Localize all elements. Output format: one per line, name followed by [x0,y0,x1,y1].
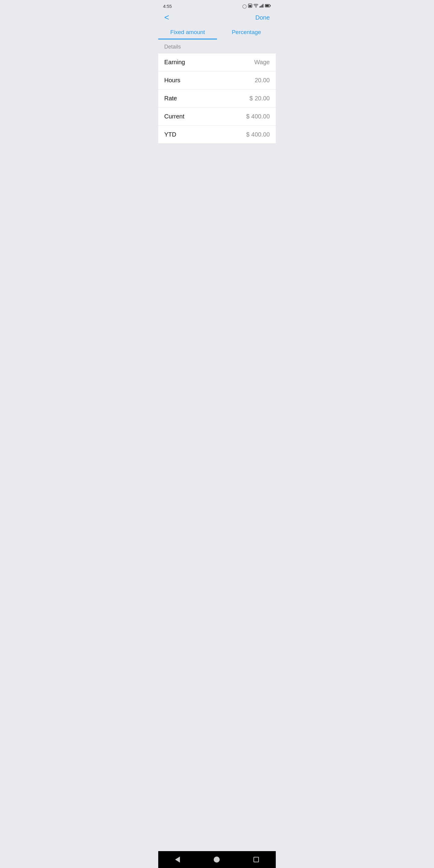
ytd-amount: 400.00 [251,131,270,138]
section-header: Details [158,39,276,53]
detail-row-hours: Hours 20.00 [158,71,276,90]
detail-row-rate: Rate $ 20.00 [158,90,276,107]
android-home-icon [214,857,220,863]
done-button[interactable]: Done [255,14,270,21]
rate-currency-symbol: $ [250,95,253,102]
ytd-value: $ 400.00 [246,131,270,138]
svg-rect-3 [259,6,260,7]
tab-percentage[interactable]: Percentage [217,25,276,39]
android-recent-button[interactable] [253,857,259,862]
status-bar: 4:55 ◯ [158,0,276,11]
hours-label: Hours [164,77,180,84]
nav-bar: < Done [158,11,276,25]
android-back-button[interactable] [175,857,180,863]
ytd-label: YTD [164,131,176,138]
signal-icon [259,4,264,8]
svg-rect-9 [266,5,269,7]
wifi-icon [253,4,258,8]
current-label: Current [164,113,184,120]
rate-value: $ 20.00 [250,95,270,102]
sim-icon [248,4,252,9]
svg-rect-6 [263,4,264,7]
tab-bar: Fixed amount Percentage [158,25,276,39]
rate-label: Rate [164,95,177,102]
status-time: 4:55 [163,4,172,9]
p-status-icon: ◯ [242,4,247,8]
android-recent-icon [253,857,259,862]
svg-rect-5 [261,5,262,7]
svg-rect-1 [249,5,251,7]
content-spacer [158,144,276,851]
earning-value: Wage [254,59,270,66]
current-value: $ 400.00 [246,113,270,120]
battery-icon [265,4,271,8]
status-icons: ◯ [242,4,271,9]
detail-row-earning: Earning Wage [158,53,276,71]
svg-point-2 [255,7,256,7]
detail-row-current: Current $ 400.00 [158,107,276,126]
android-back-icon [175,857,180,863]
ytd-currency-symbol: $ [246,131,250,138]
back-button[interactable]: < [164,13,169,22]
earning-label: Earning [164,59,185,66]
svg-rect-8 [270,5,271,6]
detail-row-ytd: YTD $ 400.00 [158,126,276,144]
section-header-label: Details [164,44,181,50]
android-home-button[interactable] [214,857,220,863]
current-amount: 400.00 [251,113,270,120]
current-currency-symbol: $ [246,113,250,120]
svg-rect-4 [261,6,261,7]
hours-value: 20.00 [255,77,270,84]
details-table: Earning Wage Hours 20.00 Rate $ 20.00 Cu… [158,53,276,144]
tab-fixed-amount[interactable]: Fixed amount [158,25,217,39]
rate-amount: 20.00 [255,95,270,102]
android-nav-bar [158,851,276,868]
